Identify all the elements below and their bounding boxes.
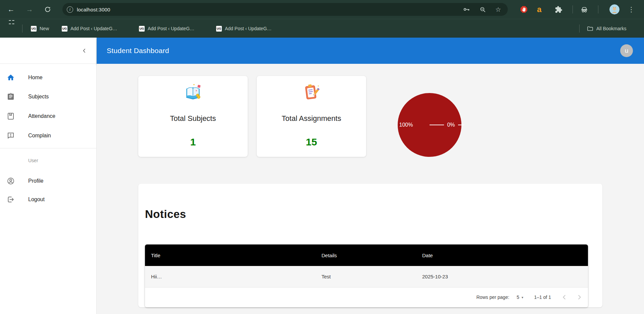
next-page-button[interactable] — [575, 293, 584, 302]
bookmark-item[interactable]: UG Add Post ‹ UpdateG… — [62, 19, 117, 38]
bookmark-favicon: UG — [62, 26, 67, 32]
page-size-value: 5 — [517, 295, 519, 300]
notices-table: Title Details Date Hii… Test 2025-10-23 … — [145, 244, 588, 307]
sidebar-item-label: Profile — [28, 178, 43, 184]
sidebar: Home Subjects Attendance Complain User P… — [0, 38, 97, 314]
password-key-icon[interactable] — [463, 6, 470, 13]
column-header-date: Date — [416, 253, 588, 258]
sidebar-section-label: User — [28, 158, 38, 163]
cell-details: Test — [315, 274, 416, 279]
bookmark-favicon: UG — [139, 26, 145, 32]
user-avatar[interactable]: u — [620, 44, 633, 57]
book-icon — [7, 112, 15, 120]
account-circle-icon — [7, 177, 15, 185]
sidebar-header — [0, 38, 96, 64]
home-icon — [7, 74, 15, 82]
bookmark-label: Add Post ‹ UpdateG… — [225, 26, 271, 31]
bookmarks-separator — [579, 25, 580, 33]
page-title: Student Dashboard — [107, 47, 169, 55]
zoom-out-icon[interactable] — [479, 6, 486, 13]
page-size-select[interactable]: 5 ▾ — [517, 295, 524, 300]
logout-icon — [7, 195, 15, 204]
sidebar-item-attendance[interactable]: Attendance — [0, 106, 96, 126]
browser-profile-avatar[interactable] — [608, 0, 621, 19]
browser-toolbar: ← → i localhost:3000 ☆ a — [0, 0, 644, 19]
feedback-icon — [7, 132, 15, 140]
bookmarks-separator — [22, 25, 22, 33]
assignment-icon — [7, 93, 15, 101]
bookmark-item[interactable]: UG Add Post ‹ UpdateG… — [216, 19, 271, 38]
bookmark-label: New — [40, 26, 49, 31]
sidebar-item-label: Attendance — [28, 113, 55, 119]
sidebar-item-label: Home — [28, 75, 43, 81]
column-header-title: Title — [145, 253, 315, 258]
book-3d-icon — [184, 83, 202, 101]
all-bookmarks-button[interactable]: All Bookmarks — [587, 19, 626, 38]
sidebar-item-subjects[interactable]: Subjects — [0, 87, 96, 106]
address-bar[interactable]: i localhost:3000 ☆ — [62, 3, 508, 16]
app-bar: Student Dashboard u — [97, 38, 644, 64]
sidebar-item-home[interactable]: Home — [0, 68, 96, 87]
collapse-drawer-button[interactable] — [80, 46, 89, 55]
pie-label-0: 0% — [444, 122, 458, 128]
bookmark-item[interactable]: UG New — [31, 19, 49, 38]
total-subjects-card: Total Subjects 1 — [138, 76, 248, 157]
sidebar-divider — [0, 148, 96, 148]
card-value: 15 — [306, 136, 317, 148]
sidebar-item-label: Subjects — [28, 94, 49, 100]
browser-menu-icon[interactable]: ⋮ — [626, 0, 636, 19]
bookmark-favicon: UG — [216, 26, 222, 32]
card-value: 1 — [190, 136, 196, 148]
url-text: localhost:3000 — [77, 7, 110, 12]
sidebar-item-logout[interactable]: Logout — [0, 190, 96, 209]
all-bookmarks-label: All Bookmarks — [596, 26, 626, 31]
clipboard-3d-icon — [302, 83, 321, 101]
bookmark-label: Add Post ‹ UpdateG… — [70, 26, 117, 31]
main-content: Total Subjects 1 Total Assignments 15 10… — [97, 64, 644, 314]
table-row[interactable]: Hii… Test 2025-10-23 — [145, 266, 588, 287]
sidebar-item-label: Logout — [28, 196, 45, 203]
pagination-range: 1–1 of 1 — [534, 295, 551, 300]
table-header-row: Title Details Date — [145, 244, 588, 266]
cell-title: Hii… — [145, 274, 315, 279]
notices-heading: Notices — [145, 208, 186, 221]
forward-icon[interactable]: → — [24, 0, 35, 19]
toolbar-separator — [598, 5, 598, 13]
notices-panel: Notices Title Details Date Hii… Test 202… — [138, 184, 602, 307]
previous-page-button[interactable] — [560, 293, 568, 302]
toolbar-separator — [573, 5, 573, 13]
sidebar-item-complain[interactable]: Complain — [0, 126, 96, 145]
bookmarks-bar: UG New UG Add Post ‹ UpdateG… UG Add Pos… — [0, 19, 644, 38]
sidebar-item-label: Complain — [28, 133, 51, 139]
folder-icon — [587, 25, 593, 32]
site-info-icon[interactable]: i — [67, 6, 73, 13]
browser-window: ← → i localhost:3000 ☆ a — [0, 0, 644, 314]
table-pagination: Rows per page: 5 ▾ 1–1 of 1 — [145, 287, 588, 307]
back-icon[interactable]: ← — [6, 0, 16, 19]
incognito-hat-icon[interactable] — [579, 0, 590, 19]
dropdown-caret-icon: ▾ — [522, 296, 523, 299]
pie-label-100: 100% — [394, 122, 418, 128]
apps-grid-icon[interactable] — [7, 19, 16, 38]
cell-date: 2025-10-23 — [416, 274, 588, 279]
card-title: Total Subjects — [170, 114, 216, 123]
total-assignments-card: Total Assignments 15 — [257, 76, 366, 157]
rows-per-page-label: Rows per page: — [477, 295, 509, 300]
column-header-details: Details — [315, 253, 416, 258]
reload-icon[interactable] — [42, 0, 53, 19]
bookmark-star-icon[interactable]: ☆ — [495, 6, 501, 13]
bookmark-item[interactable]: UG Add Post ‹ UpdateG… — [139, 19, 194, 38]
bookmark-favicon: UG — [31, 26, 37, 32]
extensions-puzzle-icon[interactable] — [553, 0, 564, 19]
card-title: Total Assignments — [282, 114, 341, 123]
sidebar-item-profile[interactable]: Profile — [0, 171, 96, 190]
bookmark-label: Add Post ‹ UpdateG… — [148, 26, 194, 31]
attendance-pie-chart: 100% 0% — [393, 88, 466, 162]
amazon-extension-icon[interactable]: a — [534, 0, 544, 19]
adblock-extension-icon[interactable] — [519, 0, 529, 19]
